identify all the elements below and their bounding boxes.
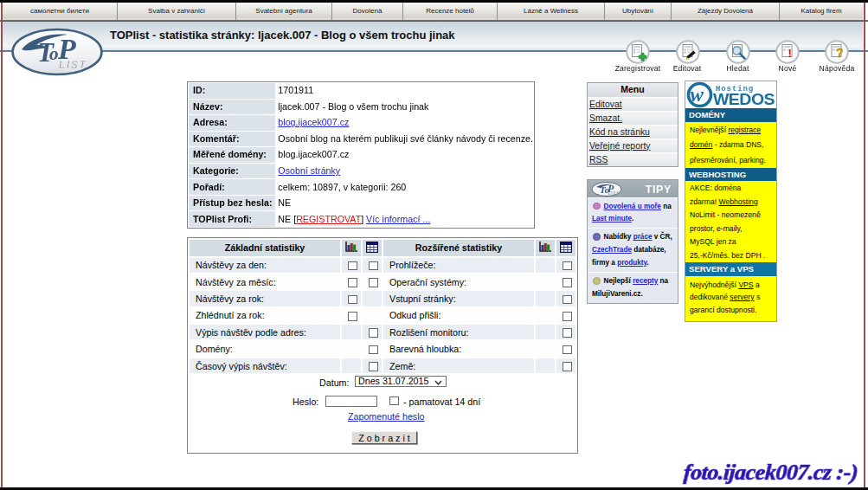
svg-text:WEDOS: WEDOS — [713, 91, 775, 108]
svg-text:LIST: LIST — [608, 191, 620, 196]
svg-text:w: w — [691, 84, 704, 106]
svg-text:!: ! — [788, 46, 792, 59]
svg-text:?: ? — [836, 46, 844, 60]
svg-text:LIST: LIST — [59, 59, 87, 71]
svg-text:o: o — [49, 43, 59, 64]
